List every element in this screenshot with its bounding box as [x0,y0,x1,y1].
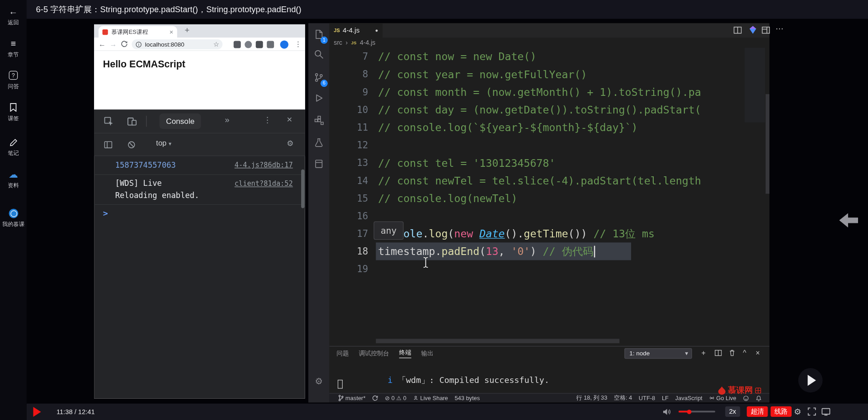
browser-menu-icon[interactable]: ⋮ [294,38,302,51]
editor-vertical-scrollbar[interactable] [765,94,769,193]
breadcrumb-folder[interactable]: src [334,39,342,46]
code-line[interactable]: 13// const tel = '13012345678' [330,154,769,171]
feedback-smiley-icon[interactable] [743,395,749,401]
site-info-icon[interactable] [136,41,142,47]
volume-icon[interactable] [662,407,671,416]
gem-extension-icon[interactable] [749,25,758,34]
breadcrumb-file[interactable]: 4-4.js [360,39,375,46]
new-tab-button[interactable]: + [182,25,193,35]
browser-tab[interactable]: 慕课网ES课程 × [99,26,177,38]
volume-slider[interactable] [679,411,715,413]
sidebar-item-materials[interactable]: ☁ 资料 [0,168,27,196]
settings-gear-icon[interactable]: ⚙ [308,371,330,391]
editor-horizontal-scrollbar[interactable] [376,339,619,343]
code-line[interactable]: 12 [330,136,769,154]
source-control-icon[interactable]: 6 [308,67,330,87]
code-line[interactable]: 11// console.log(`${year}-${month}-${day… [330,118,769,136]
sidebar-item-my-mooc[interactable]: 我的慕课 [0,207,27,235]
new-terminal-icon[interactable]: + [701,348,705,358]
video-stage[interactable]: 慕课网ES课程 × + ← → localhost:8080 ☆ [27,19,868,404]
tab-terminal[interactable]: 终端 [399,348,411,358]
inspect-element-icon[interactable] [104,117,113,126]
notebook-icon[interactable] [308,154,330,174]
volume-knob[interactable] [687,410,692,414]
maximize-panel-icon[interactable]: ^ [743,348,746,358]
theater-mode-icon[interactable] [821,407,830,415]
log-source-link[interactable]: client?81da:52 [235,179,293,188]
language-item[interactable]: JavaScript [675,395,703,401]
code-line[interactable]: 14// const newTel = tel.slice(-4).padSta… [330,172,769,189]
browser-forward-button[interactable]: → [109,38,117,51]
bookmark-star-icon[interactable]: ☆ [213,39,219,49]
console-prompt[interactable]: > [103,208,108,218]
devtools-scrollbar[interactable] [301,170,304,208]
device-toolbar-icon[interactable] [127,117,137,126]
kill-terminal-icon[interactable] [728,349,736,357]
context-selector[interactable]: top ▾ [156,139,171,147]
catalog-drawer-toggle[interactable] [839,213,858,227]
tab-console[interactable]: Console [160,113,201,129]
eol-item[interactable]: LF [662,395,669,401]
play-button[interactable] [33,407,41,417]
log-source-link[interactable]: 4-4.js?86db:17 [235,160,293,169]
close-panel-icon[interactable]: × [755,348,760,358]
code-line[interactable]: 19 [330,260,769,278]
git-branch-item[interactable]: master* [338,395,365,401]
code-line[interactable]: 9// const month = (now.getMonth() + 1).t… [330,83,769,101]
sidebar-item-qa[interactable]: ? 问答 [0,69,27,97]
code-line[interactable]: 15// console.log(newTel) [330,189,769,207]
indent-item[interactable]: 空格: 4 [614,394,632,402]
clear-console-icon[interactable] [127,141,136,149]
browser-back-button[interactable]: ← [99,38,106,51]
reload-icon[interactable] [121,40,128,47]
code-editor[interactable]: 7// const now = new Date()8// const year… [330,47,769,346]
speed-button[interactable]: 2x [725,406,740,417]
file-size-item[interactable]: 543 bytes [455,395,480,401]
live-share-item[interactable]: Live Share [413,395,448,401]
code-line[interactable]: 10// const day = (now.getDate()).toStrin… [330,101,769,118]
console-settings-icon[interactable]: ⚙ [287,139,293,148]
code-line[interactable]: 7// const now = new Date() [330,47,769,65]
sidebar-item-bookmarks[interactable]: 课签 [0,101,27,129]
minimap[interactable] [745,47,765,122]
more-tabs-icon[interactable]: » [225,114,229,124]
player-settings-icon[interactable]: ⚙ [794,404,801,420]
tab-close-icon[interactable]: × [170,28,174,36]
sync-icon[interactable] [372,395,378,401]
profile-avatar[interactable] [280,40,288,48]
notifications-bell-icon[interactable] [755,395,761,401]
split-editor-icon[interactable] [733,26,741,34]
problems-item[interactable]: ⊘ 0 ⚠ 0 [385,395,406,401]
console-sidebar-icon[interactable] [104,141,112,149]
extensions-icon[interactable] [308,110,330,130]
tab-debug-console[interactable]: 调试控制台 [359,349,389,357]
sidebar-item-chapters[interactable]: ≡ 章节 [0,38,27,65]
route-button[interactable]: 线路 [771,406,792,417]
explorer-icon[interactable]: 1 [308,24,330,44]
sidebar-item-back[interactable]: ← 返回 [0,5,27,33]
extension-icon[interactable] [234,41,241,48]
extension-icon[interactable] [267,41,274,48]
more-actions-icon[interactable]: ⋯ [776,24,783,33]
encoding-item[interactable]: UTF-8 [639,395,655,401]
breadcrumbs[interactable]: src › JS 4-4.js [330,38,769,47]
devtools-menu-icon[interactable]: ⋮ [264,115,271,124]
run-debug-icon[interactable] [308,89,330,109]
test-flask-icon[interactable] [308,133,330,153]
layout-icon[interactable] [762,26,770,34]
fullscreen-icon[interactable] [808,407,816,415]
cursor-position-item[interactable]: 行 18, 列 33 [576,394,608,402]
code-line[interactable]: 18timestamp.padEnd(13, '0') // 伪代码 [330,242,769,260]
address-bar[interactable]: localhost:8080 ☆ [132,39,222,49]
modified-dot-icon[interactable]: ● [375,28,378,33]
extension-icon[interactable] [245,41,252,48]
terminal-selector[interactable]: 1: node ▾ [624,348,692,359]
search-icon[interactable] [308,44,330,64]
devtools-close-icon[interactable]: × [287,114,292,125]
sidebar-item-notes[interactable]: 笔记 [0,136,27,164]
editor-tab[interactable]: JS 4-4.js ● [330,23,383,38]
tab-output[interactable]: 输出 [421,349,434,357]
extension-icon[interactable] [256,41,263,48]
code-line[interactable]: 8// const year = now.getFullYear() [330,65,769,83]
split-terminal-icon[interactable] [715,349,722,357]
